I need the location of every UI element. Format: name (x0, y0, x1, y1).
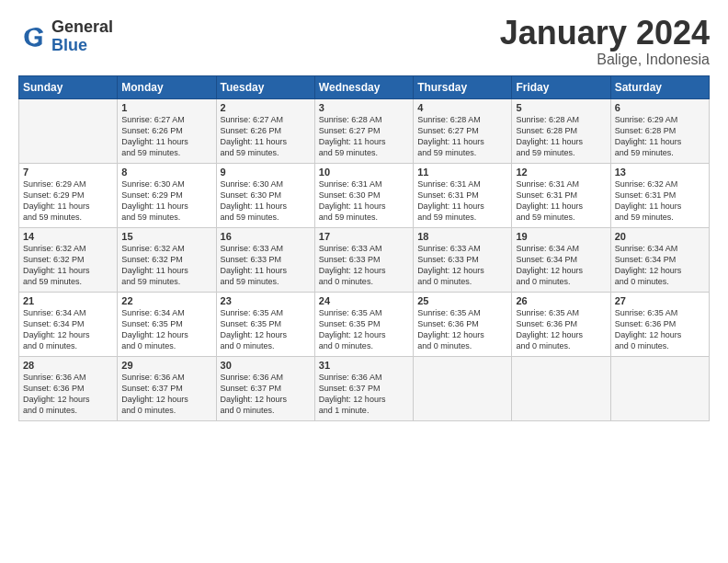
day-number: 18 (417, 231, 507, 242)
calendar-cell: 10Sunrise: 6:31 AM Sunset: 6:30 PM Dayli… (314, 163, 413, 227)
calendar-cell: 12Sunrise: 6:31 AM Sunset: 6:31 PM Dayli… (512, 163, 610, 227)
day-info: Sunrise: 6:34 AM Sunset: 6:34 PM Dayligh… (23, 307, 113, 352)
day-number: 22 (121, 295, 211, 306)
day-info: Sunrise: 6:28 AM Sunset: 6:28 PM Dayligh… (516, 114, 606, 159)
day-number: 12 (516, 167, 606, 178)
calendar-cell: 18Sunrise: 6:33 AM Sunset: 6:33 PM Dayli… (414, 227, 512, 292)
calendar-cell (414, 356, 512, 420)
day-info: Sunrise: 6:36 AM Sunset: 6:37 PM Dayligh… (221, 372, 311, 417)
day-info: Sunrise: 6:34 AM Sunset: 6:34 PM Dayligh… (516, 243, 606, 288)
day-info: Sunrise: 6:29 AM Sunset: 6:29 PM Dayligh… (23, 178, 113, 224)
day-number: 7 (23, 167, 113, 178)
day-info: Sunrise: 6:36 AM Sunset: 6:37 PM Dayligh… (319, 372, 409, 417)
logo-general-text: General (51, 18, 113, 37)
day-info: Sunrise: 6:35 AM Sunset: 6:36 PM Dayligh… (516, 307, 606, 352)
day-number: 13 (615, 167, 705, 178)
day-info: Sunrise: 6:33 AM Sunset: 6:33 PM Dayligh… (319, 243, 409, 288)
calendar-cell: 19Sunrise: 6:34 AM Sunset: 6:34 PM Dayli… (512, 227, 610, 292)
day-number: 31 (319, 360, 409, 371)
day-number: 3 (319, 102, 409, 113)
day-number: 5 (516, 102, 606, 113)
day-info: Sunrise: 6:32 AM Sunset: 6:32 PM Dayligh… (121, 243, 211, 288)
day-number: 26 (516, 295, 606, 306)
day-info: Sunrise: 6:27 AM Sunset: 6:26 PM Dayligh… (221, 114, 311, 159)
day-number: 6 (615, 102, 705, 113)
month-title: January 2024 (500, 15, 710, 52)
day-number: 10 (319, 167, 409, 178)
calendar-cell: 21Sunrise: 6:34 AM Sunset: 6:34 PM Dayli… (19, 292, 118, 356)
calendar-week-row-4: 21Sunrise: 6:34 AM Sunset: 6:34 PM Dayli… (19, 292, 710, 356)
day-number: 28 (23, 360, 113, 371)
calendar-week-row-3: 14Sunrise: 6:32 AM Sunset: 6:32 PM Dayli… (19, 227, 710, 292)
header-tuesday: Tuesday (216, 75, 314, 98)
day-number: 14 (23, 231, 113, 242)
calendar-cell: 11Sunrise: 6:31 AM Sunset: 6:31 PM Dayli… (414, 163, 512, 227)
calendar-cell (610, 356, 709, 420)
calendar-week-row-5: 28Sunrise: 6:36 AM Sunset: 6:36 PM Dayli… (19, 356, 710, 420)
day-info: Sunrise: 6:32 AM Sunset: 6:32 PM Dayligh… (23, 243, 113, 288)
day-info: Sunrise: 6:28 AM Sunset: 6:27 PM Dayligh… (319, 114, 409, 159)
logo-blue-text: Blue (51, 37, 113, 55)
calendar-table: Sunday Monday Tuesday Wednesday Thursday… (18, 75, 710, 421)
weekday-header-row: Sunday Monday Tuesday Wednesday Thursday… (19, 75, 710, 98)
day-number: 25 (417, 295, 507, 306)
calendar-cell: 13Sunrise: 6:32 AM Sunset: 6:31 PM Dayli… (610, 163, 709, 227)
calendar-cell: 30Sunrise: 6:36 AM Sunset: 6:37 PM Dayli… (216, 356, 314, 420)
day-info: Sunrise: 6:35 AM Sunset: 6:35 PM Dayligh… (319, 307, 409, 352)
calendar-cell: 20Sunrise: 6:34 AM Sunset: 6:34 PM Dayli… (610, 227, 709, 292)
day-info: Sunrise: 6:31 AM Sunset: 6:31 PM Dayligh… (516, 178, 606, 224)
header-monday: Monday (118, 75, 216, 98)
day-number: 30 (221, 360, 311, 371)
day-number: 24 (319, 295, 409, 306)
day-info: Sunrise: 6:32 AM Sunset: 6:31 PM Dayligh… (615, 178, 705, 224)
day-number: 4 (417, 102, 507, 113)
day-number: 27 (615, 295, 705, 306)
calendar-cell: 15Sunrise: 6:32 AM Sunset: 6:32 PM Dayli… (118, 227, 216, 292)
day-info: Sunrise: 6:35 AM Sunset: 6:36 PM Dayligh… (417, 307, 507, 352)
calendar-page: General Blue January 2024 Balige, Indone… (0, 0, 728, 563)
calendar-cell: 5Sunrise: 6:28 AM Sunset: 6:28 PM Daylig… (512, 98, 610, 163)
day-number: 20 (615, 231, 705, 242)
calendar-cell: 31Sunrise: 6:36 AM Sunset: 6:37 PM Dayli… (314, 356, 413, 420)
day-number: 2 (221, 102, 311, 113)
title-area: January 2024 Balige, Indonesia (500, 15, 710, 68)
logo: General Blue (18, 18, 113, 55)
day-number: 23 (221, 295, 311, 306)
calendar-cell: 8Sunrise: 6:30 AM Sunset: 6:29 PM Daylig… (118, 163, 216, 227)
calendar-cell: 14Sunrise: 6:32 AM Sunset: 6:32 PM Dayli… (19, 227, 118, 292)
day-number: 21 (23, 295, 113, 306)
day-number: 11 (417, 167, 507, 178)
calendar-cell: 22Sunrise: 6:34 AM Sunset: 6:35 PM Dayli… (118, 292, 216, 356)
day-info: Sunrise: 6:28 AM Sunset: 6:27 PM Dayligh… (417, 114, 507, 159)
logo-text: General Blue (51, 18, 113, 55)
day-info: Sunrise: 6:33 AM Sunset: 6:33 PM Dayligh… (221, 243, 311, 288)
calendar-cell: 4Sunrise: 6:28 AM Sunset: 6:27 PM Daylig… (414, 98, 512, 163)
day-number: 29 (121, 360, 211, 371)
calendar-cell: 24Sunrise: 6:35 AM Sunset: 6:35 PM Dayli… (314, 292, 413, 356)
calendar-cell: 3Sunrise: 6:28 AM Sunset: 6:27 PM Daylig… (314, 98, 413, 163)
day-number: 19 (516, 231, 606, 242)
header: General Blue January 2024 Balige, Indone… (18, 15, 710, 68)
day-number: 8 (121, 167, 211, 178)
day-info: Sunrise: 6:33 AM Sunset: 6:33 PM Dayligh… (417, 243, 507, 288)
calendar-cell: 23Sunrise: 6:35 AM Sunset: 6:35 PM Dayli… (216, 292, 314, 356)
day-info: Sunrise: 6:34 AM Sunset: 6:35 PM Dayligh… (121, 307, 211, 352)
calendar-cell (19, 98, 118, 163)
calendar-week-row-2: 7Sunrise: 6:29 AM Sunset: 6:29 PM Daylig… (19, 163, 710, 227)
header-saturday: Saturday (610, 75, 709, 98)
day-info: Sunrise: 6:34 AM Sunset: 6:34 PM Dayligh… (615, 243, 705, 288)
calendar-cell: 7Sunrise: 6:29 AM Sunset: 6:29 PM Daylig… (19, 163, 118, 227)
calendar-cell: 25Sunrise: 6:35 AM Sunset: 6:36 PM Dayli… (414, 292, 512, 356)
calendar-cell: 26Sunrise: 6:35 AM Sunset: 6:36 PM Dayli… (512, 292, 610, 356)
location-subtitle: Balige, Indonesia (500, 52, 710, 68)
day-info: Sunrise: 6:36 AM Sunset: 6:37 PM Dayligh… (121, 372, 211, 417)
day-number: 15 (121, 231, 211, 242)
logo-icon (18, 22, 48, 52)
day-number: 9 (221, 167, 311, 178)
day-info: Sunrise: 6:31 AM Sunset: 6:31 PM Dayligh… (417, 178, 507, 224)
day-info: Sunrise: 6:30 AM Sunset: 6:30 PM Dayligh… (221, 178, 311, 224)
day-info: Sunrise: 6:35 AM Sunset: 6:36 PM Dayligh… (615, 307, 705, 352)
calendar-cell: 29Sunrise: 6:36 AM Sunset: 6:37 PM Dayli… (118, 356, 216, 420)
day-number: 1 (121, 102, 211, 113)
calendar-cell: 9Sunrise: 6:30 AM Sunset: 6:30 PM Daylig… (216, 163, 314, 227)
